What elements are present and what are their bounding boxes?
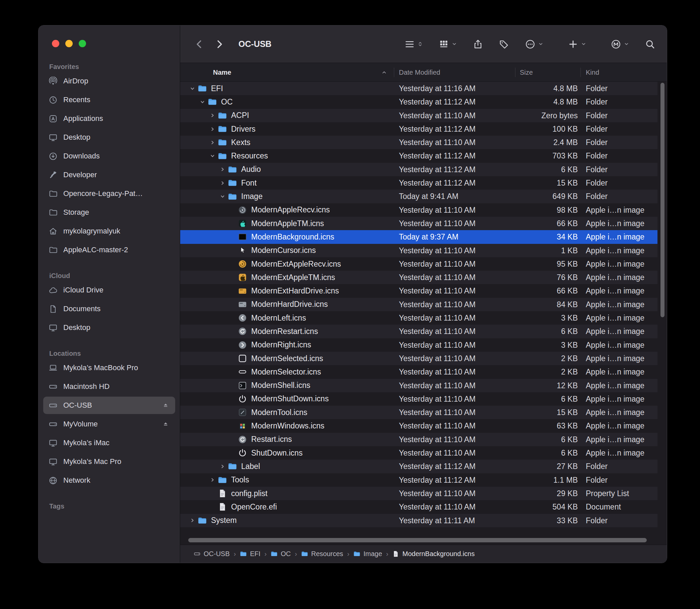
icns-harddrive-icon	[238, 300, 247, 309]
close-button[interactable]	[52, 40, 59, 47]
file-row-drivers[interactable]: DriversYesterday at 11:12 AM100 KBFolder	[180, 122, 658, 136]
disclosure-open-icon[interactable]	[218, 190, 227, 203]
path-item-oc-usb[interactable]: OC-USB	[194, 550, 230, 558]
sidebar-item-oc-usb[interactable]: OC-USB	[43, 397, 175, 414]
file-name-cell: ModernExtHardDrive.icns	[228, 284, 339, 297]
disclosure-open-icon[interactable]	[208, 149, 217, 162]
eject-icon[interactable]	[162, 421, 169, 428]
file-row-modernrestart-icns[interactable]: ModernRestart.icnsYesterday at 11:10 AM6…	[180, 325, 658, 338]
group-by-button[interactable]	[438, 39, 457, 50]
file-row-opencore-efi[interactable]: OpenCore.efiYesterday at 11:10 AM504 KBD…	[180, 500, 658, 514]
disclosure-open-icon[interactable]	[198, 95, 207, 108]
vertical-scrollbar[interactable]	[661, 83, 665, 317]
file-row-modernextharddrive-icns[interactable]: ModernExtHardDrive.icnsYesterday at 11:1…	[180, 284, 658, 297]
sidebar-item-opencore-legacy-pat[interactable]: Opencore-Legacy-Pat…	[43, 185, 175, 202]
file-date-modified: Yesterday at 11:10 AM	[399, 136, 476, 149]
account-button[interactable]	[611, 39, 629, 50]
column-header-name[interactable]: Name	[213, 63, 231, 82]
path-item-image[interactable]: Image	[353, 550, 382, 558]
column-header-size[interactable]: Size	[520, 63, 533, 82]
disclosure-closed-icon[interactable]	[218, 163, 227, 176]
path-item-resources[interactable]: Resources	[301, 550, 343, 558]
disclosure-closed-icon[interactable]	[208, 109, 217, 122]
view-mode-button[interactable]	[404, 39, 423, 50]
sidebar-item-myvolume[interactable]: MyVolume	[43, 415, 175, 433]
disclosure-closed-icon[interactable]	[208, 136, 217, 149]
sidebar-item-mykolagrymalyuk[interactable]: mykolagrymalyuk	[43, 223, 175, 240]
file-date-modified: Yesterday at 11:10 AM	[399, 433, 476, 446]
disclosure-open-icon[interactable]	[188, 82, 197, 95]
file-row-image[interactable]: ImageToday at 9:41 AM649 KBFolder	[180, 190, 658, 203]
disclosure-closed-icon[interactable]	[208, 122, 217, 136]
eject-icon[interactable]	[162, 402, 169, 409]
sidebar-item-mykola-s-imac[interactable]: Mykola’s iMac	[43, 434, 175, 452]
file-row-modernright-icns[interactable]: ModernRight.icnsYesterday at 11:10 AM3 K…	[180, 338, 658, 352]
file-row-shutdown-icns[interactable]: ShutDown.icnsYesterday at 11:10 AM6 KBAp…	[180, 446, 658, 459]
disclosure-closed-icon[interactable]	[188, 514, 197, 527]
file-row-modernleft-icns[interactable]: ModernLeft.icnsYesterday at 11:10 AM3 KB…	[180, 311, 658, 325]
disclosure-closed-icon[interactable]	[218, 176, 227, 190]
path-item-efi[interactable]: EFI	[240, 550, 260, 558]
sidebar-item-icloud-drive[interactable]: iCloud Drive	[43, 281, 175, 299]
file-kind: Folder	[586, 82, 608, 95]
tags-button[interactable]	[499, 39, 509, 50]
file-row-moderncursor-icns[interactable]: ModernCursor.icnsYesterday at 11:10 AM1 …	[180, 244, 658, 257]
sidebar-item-macintosh-hd[interactable]: Macintosh HD	[43, 378, 175, 395]
sidebar-item-applications[interactable]: Applications	[43, 110, 175, 127]
sidebar-item-network[interactable]: Network	[43, 472, 175, 489]
share-button[interactable]	[473, 39, 483, 50]
more-actions-button[interactable]	[525, 39, 544, 50]
sidebar-item-developer[interactable]: Developer	[43, 166, 175, 184]
disclosure-closed-icon[interactable]	[218, 459, 227, 473]
file-row-modernselector-icns[interactable]: ModernSelector.icnsYesterday at 11:10 AM…	[180, 365, 658, 379]
file-row-modernbackground-icns[interactable]: ModernBackground.icnsToday at 9:37 AM34 …	[180, 230, 658, 244]
file-row-config-plist[interactable]: config.plistYesterday at 11:10 AM29 KBPr…	[180, 487, 658, 500]
sidebar-item-recents[interactable]: Recents	[43, 91, 175, 108]
sidebar-item-desktop[interactable]: Desktop	[43, 319, 175, 336]
sidebar-item-airdrop[interactable]: AirDrop	[43, 72, 175, 90]
file-row-modernselected-icns[interactable]: ModernSelected.icnsYesterday at 11:10 AM…	[180, 352, 658, 365]
column-header-kind[interactable]: Kind	[586, 63, 599, 82]
folder-icon	[218, 124, 227, 134]
disclosure-closed-icon[interactable]	[208, 473, 217, 487]
back-button[interactable]	[194, 38, 205, 50]
column-header-date-modified[interactable]: Date Modified	[399, 63, 440, 82]
file-row-kexts[interactable]: KextsYesterday at 11:10 AM2.4 MBFolder	[180, 136, 658, 149]
file-row-audio[interactable]: AudioYesterday at 11:12 AM6 KBFolder	[180, 163, 658, 176]
sidebar-item-desktop[interactable]: Desktop	[43, 129, 175, 146]
file-row-system[interactable]: SystemYesterday at 11:11 AM33 KBFolder	[180, 514, 658, 527]
minimize-button[interactable]	[65, 40, 73, 47]
file-row-font[interactable]: FontYesterday at 11:12 AM15 KBFolder	[180, 176, 658, 190]
file-row-modernapplerecv-icns[interactable]: ModernAppleRecv.icnsYesterday at 11:10 A…	[180, 203, 658, 217]
file-row-modernappletm-icns[interactable]: ModernAppleTM.icnsYesterday at 11:10 AM6…	[180, 217, 658, 230]
new-item-button[interactable]	[568, 39, 587, 50]
file-row-modernshell-icns[interactable]: ModernShell.icnsYesterday at 11:10 AM12 …	[180, 379, 658, 392]
path-item-oc[interactable]: OC	[270, 550, 291, 558]
sidebar-item-documents[interactable]: Documents	[43, 300, 175, 317]
zoom-button[interactable]	[79, 40, 86, 47]
path-item-modernbackground-icns[interactable]: ModernBackground.icns	[392, 550, 475, 558]
search-button[interactable]	[645, 39, 655, 50]
file-row-oc[interactable]: OCYesterday at 11:12 AM4.8 MBFolder	[180, 95, 658, 108]
file-row-modernharddrive-icns[interactable]: ModernHardDrive.icnsYesterday at 11:10 A…	[180, 298, 658, 311]
file-row-efi[interactable]: EFIYesterday at 11:16 AM4.8 MBFolder	[180, 82, 658, 95]
file-row-modernshutdown-icns[interactable]: ModernShutDown.icnsYesterday at 11:10 AM…	[180, 392, 658, 406]
file-row-modernwindows-icns[interactable]: ModernWindows.icnsYesterday at 11:10 AM6…	[180, 419, 658, 433]
file-row-tools[interactable]: ToolsYesterday at 11:12 AM1.1 MBFolder	[180, 473, 658, 487]
file-kind: Apple i…n image	[586, 392, 644, 406]
sidebar-item-mykola-s-mac-pro[interactable]: Mykola’s Mac Pro	[43, 453, 175, 470]
file-name-cell: Restart.icns	[228, 433, 292, 446]
file-row-modernextapplerecv-icns[interactable]: ModernExtAppleRecv.icnsYesterday at 11:1…	[180, 257, 658, 271]
sidebar-item-downloads[interactable]: Downloads	[43, 147, 175, 165]
file-row-label[interactable]: LabelYesterday at 11:12 AM27 KBFolder	[180, 459, 658, 473]
sidebar-item-storage[interactable]: Storage	[43, 204, 175, 221]
sidebar-item-applealc-master-2[interactable]: AppleALC-master-2	[43, 241, 175, 259]
file-row-acpi[interactable]: ACPIYesterday at 11:10 AMZero bytesFolde…	[180, 109, 658, 122]
sidebar-item-mykola-s-macbook-pro[interactable]: Mykola’s MacBook Pro	[43, 359, 175, 377]
file-row-modernextappletm-icns[interactable]: ModernExtAppleTM.icnsYesterday at 11:10 …	[180, 271, 658, 284]
file-row-resources[interactable]: ResourcesYesterday at 11:12 AM703 KBFold…	[180, 149, 658, 162]
forward-button[interactable]	[214, 38, 225, 50]
file-row-moderntool-icns[interactable]: ModernTool.icnsYesterday at 11:10 AM15 K…	[180, 406, 658, 419]
file-row-restart-icns[interactable]: Restart.icnsYesterday at 11:10 AM6 KBApp…	[180, 433, 658, 446]
horizontal-scrollbar[interactable]	[188, 538, 647, 542]
